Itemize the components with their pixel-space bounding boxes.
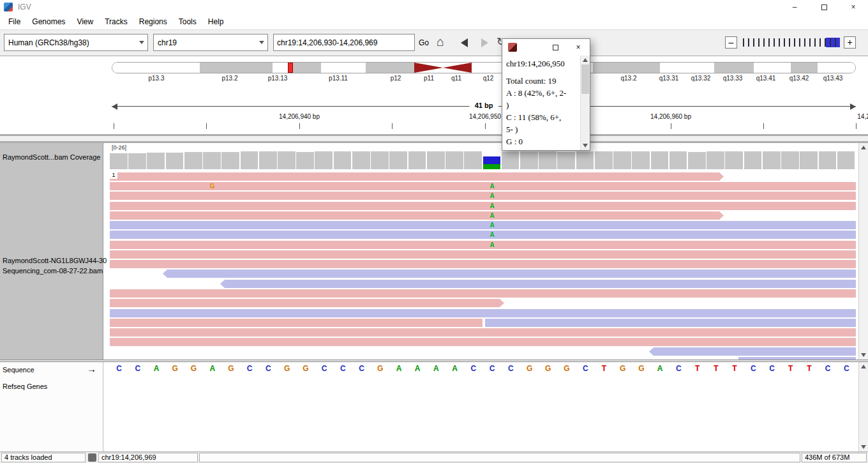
read[interactable] <box>110 338 856 346</box>
menu-item-tools[interactable]: Tools <box>173 15 202 28</box>
popup-line: Total count: 19 <box>506 75 579 87</box>
zoom-tick <box>814 38 816 47</box>
sequence-base: A <box>389 364 408 373</box>
popup-scroll-thumb[interactable] <box>581 65 589 94</box>
zoom-out-button[interactable]: – <box>725 36 737 49</box>
zoom-tick <box>768 38 770 47</box>
read[interactable] <box>220 280 856 288</box>
coverage-bar <box>147 153 165 169</box>
zoom-in-button[interactable]: + <box>844 36 856 49</box>
read[interactable] <box>163 269 856 278</box>
coverage-bar <box>520 151 538 169</box>
zoom-level-indicator[interactable] <box>826 38 840 47</box>
sequence-base: C <box>837 364 856 373</box>
go-button[interactable]: Go <box>419 38 429 47</box>
coverage-bar <box>837 151 855 169</box>
menu-item-help[interactable]: Help <box>202 15 230 28</box>
mismatch-base: A <box>483 211 502 220</box>
read[interactable] <box>110 289 856 298</box>
sequence-base: T <box>595 364 613 373</box>
popup-scrollbar[interactable] <box>580 56 590 150</box>
scroll-down-icon[interactable] <box>861 353 866 357</box>
scroll-up-icon[interactable] <box>583 58 588 62</box>
sequence-base: G <box>557 364 576 373</box>
coverage-bar <box>241 151 258 169</box>
read[interactable] <box>110 172 724 181</box>
popup-close-button[interactable]: × <box>567 39 590 56</box>
sequence-base: A <box>445 364 464 373</box>
ideogram-band <box>754 63 791 73</box>
genome-select-value: Human (GRCh38/hg38) <box>4 38 136 47</box>
alignment-track-label-line2[interactable]: Sequencing_com-08-27-22.bam <box>3 267 103 275</box>
close-button[interactable]: × <box>839 0 868 14</box>
home-icon[interactable]: ⌂ <box>437 34 444 49</box>
ruler-tick-label: 14,206,950 <box>469 113 501 120</box>
reads-group-label: 1 <box>110 171 117 179</box>
read[interactable] <box>110 211 724 220</box>
zoom-slider[interactable] <box>740 38 841 48</box>
menu-item-file[interactable]: File <box>3 15 26 28</box>
status-locus: chr19:14,206,969 <box>98 453 198 462</box>
scroll-up-icon[interactable] <box>861 365 866 368</box>
ideogram-band <box>593 63 660 73</box>
status-bar: 4 tracks loaded chr19:14,206,969 436M of… <box>0 452 868 463</box>
forward-icon[interactable] <box>481 38 488 47</box>
ideogram-band <box>289 63 321 73</box>
strand-arrow-icon[interactable]: → <box>87 363 96 374</box>
read[interactable] <box>110 328 856 337</box>
chromosome-select[interactable]: chr19 <box>153 34 268 51</box>
read[interactable] <box>485 319 856 327</box>
zoom-tick <box>763 38 765 47</box>
minimize-button[interactable]: – <box>780 0 809 14</box>
cytoband-label: q13.33 <box>723 75 743 82</box>
locus-input[interactable] <box>273 34 415 51</box>
read[interactable] <box>110 319 483 327</box>
scroll-down-icon[interactable] <box>583 144 588 148</box>
alignment-track-label-line1[interactable]: RaymondScott-NG1L8GWJ44-30 <box>3 257 107 264</box>
read[interactable] <box>110 260 856 268</box>
maximize-icon <box>821 4 827 10</box>
scroll-down-icon[interactable] <box>861 445 866 449</box>
coverage-bar <box>408 151 426 169</box>
sequence-base: A <box>427 364 445 373</box>
cytoband-label: q12 <box>483 75 494 82</box>
panel-splitter[interactable] <box>0 134 868 143</box>
coverage-bar <box>670 151 687 169</box>
read[interactable] <box>649 347 856 356</box>
menu-item-tracks[interactable]: Tracks <box>99 15 133 28</box>
sequence-panel: Sequence → Refseq Genes CCAGGAGCCGGCCCGA… <box>0 362 868 452</box>
coverage-track[interactable] <box>110 151 856 169</box>
sequence-track-label[interactable]: Sequence <box>3 366 34 374</box>
zoom-tick <box>758 38 760 47</box>
cytoband-label: q13.31 <box>659 75 679 82</box>
popup-body: chr19:14,206,950Total count: 19A : 8 (42… <box>502 56 590 150</box>
read[interactable] <box>110 299 504 307</box>
read[interactable] <box>110 309 856 317</box>
sequence-base: G <box>632 364 650 373</box>
back-icon[interactable] <box>461 38 468 47</box>
sequence-base: G <box>278 364 296 373</box>
coverage-bar <box>128 153 146 169</box>
sequence-base: C <box>670 364 688 373</box>
zoom-tick <box>804 38 805 47</box>
tracks-scrollbar[interactable] <box>858 143 868 360</box>
popup-maximize-button[interactable] <box>544 39 567 56</box>
genome-select[interactable]: Human (GRCh38/hg38) <box>4 34 148 51</box>
read[interactable] <box>110 250 856 259</box>
menu-item-view[interactable]: View <box>71 15 99 28</box>
cytoband-label: p13.2 <box>221 75 237 82</box>
mismatch-base: A <box>483 182 502 190</box>
cytoband-label: p13.11 <box>329 75 348 82</box>
ruler[interactable]: 41 bp 14,206,940 bp14,206,95014,206,960 … <box>112 102 856 133</box>
scroll-up-icon[interactable] <box>861 146 866 149</box>
sequence-base: T <box>800 364 818 373</box>
coverage-track-label[interactable]: RaymondScott...bam Coverage <box>3 153 100 161</box>
coverage-bar <box>445 151 463 169</box>
ideogram[interactable] <box>112 62 856 73</box>
maximize-button[interactable] <box>809 0 839 14</box>
refseq-track-label[interactable]: Refseq Genes <box>3 383 47 390</box>
menu-item-regions[interactable]: Regions <box>133 15 173 28</box>
menu-item-genomes[interactable]: Genomes <box>26 15 71 28</box>
sequence-scrollbar[interactable] <box>858 362 868 452</box>
sequence-base: C <box>241 364 259 373</box>
